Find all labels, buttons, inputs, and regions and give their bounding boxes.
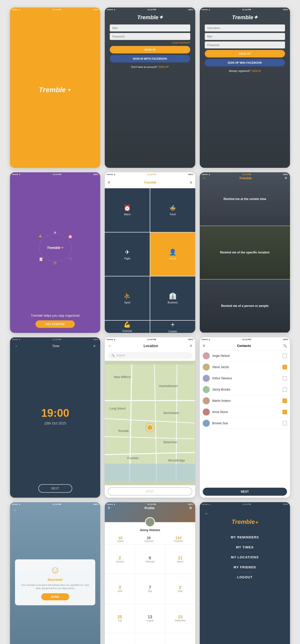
forgot-link[interactable]: Forgot Password? bbox=[172, 42, 190, 44]
mail-input[interactable] bbox=[110, 24, 190, 32]
avatar bbox=[203, 397, 210, 404]
checkbox[interactable] bbox=[282, 354, 287, 358]
facebook-signup-button[interactable]: SIGN UP With FACEBOOK bbox=[205, 59, 285, 66]
back-icon[interactable]: ← bbox=[13, 508, 17, 512]
svg-text:Franklin: Franklin bbox=[128, 456, 139, 460]
back-icon[interactable]: ← bbox=[205, 512, 209, 516]
facebook-signin-button[interactable]: SIGN IN WITH FACEBOOK bbox=[110, 55, 190, 62]
onboard-tagline: Tremble helps you stay organized bbox=[31, 314, 80, 318]
screen-menu: ●●●●● ▲ 11:14 PM 100% ← Tremble✦ MY REMI… bbox=[200, 502, 290, 644]
status-left: ●●●●● ▲ bbox=[107, 173, 115, 176]
hamburger-icon[interactable]: ≡ bbox=[190, 344, 192, 348]
status-right: 100% bbox=[93, 173, 98, 176]
checkbox[interactable]: ✓ bbox=[282, 398, 287, 403]
menu-my-reminders[interactable]: MY REMINDERS bbox=[231, 533, 259, 542]
success-desc: Your reminder is set and it will activat… bbox=[20, 584, 90, 590]
status-left: ●●●●● ▲ bbox=[107, 503, 115, 506]
alarm-icon: ⏰ bbox=[68, 234, 73, 239]
menu-divider bbox=[237, 572, 252, 572]
mail-input[interactable] bbox=[205, 33, 285, 40]
status-time: 11:14 PM bbox=[242, 173, 251, 176]
category-business[interactable]: 👔 Business bbox=[150, 276, 195, 320]
cal-january: 2 January bbox=[105, 544, 135, 574]
category-alarm[interactable]: ⏰ Alarm bbox=[105, 188, 150, 232]
menu-my-friends[interactable]: MY FRIENDS bbox=[233, 563, 256, 572]
contact-brooke-sue[interactable]: Brooke Sue bbox=[200, 418, 290, 429]
checkbox[interactable] bbox=[282, 387, 287, 392]
flight-label: Flight bbox=[124, 257, 130, 260]
done-button[interactable]: DONE bbox=[41, 593, 69, 600]
signup-link[interactable]: SIGN UP bbox=[158, 66, 169, 68]
status-left: ●●●●● ▲ bbox=[12, 338, 21, 340]
status-right: 100% bbox=[188, 8, 193, 11]
hamburger-icon[interactable]: ≡ bbox=[203, 344, 205, 348]
success-title: Success! bbox=[48, 578, 63, 582]
onboard-logo: Tremble bbox=[47, 246, 61, 250]
signin-button[interactable]: SIGN IN bbox=[110, 46, 190, 54]
signup-button[interactable]: SIGN UP bbox=[205, 50, 285, 58]
avatar bbox=[203, 352, 210, 359]
custom-cat-icon: + bbox=[171, 321, 175, 328]
cal-september: 13 September bbox=[165, 604, 195, 633]
next-button[interactable]: NEXT bbox=[108, 487, 192, 496]
username-input[interactable] bbox=[205, 24, 285, 32]
menu-my-locations[interactable]: MY LOCATIONS bbox=[231, 553, 258, 562]
document-icon: 📋 bbox=[39, 257, 44, 262]
contact-angie-nelson[interactable]: Angie Nelson bbox=[200, 350, 290, 362]
social-label: Social bbox=[169, 257, 176, 260]
status-right: 100% bbox=[188, 173, 193, 176]
next-button[interactable]: NEXT bbox=[38, 484, 72, 493]
svg-text:New Milford: New Milford bbox=[114, 375, 131, 378]
status-left: ●●●●● ▲ bbox=[12, 503, 21, 506]
hamburger-icon[interactable]: ≡ bbox=[94, 344, 96, 348]
app-logo: Tremble bbox=[141, 178, 159, 186]
contact-janny-brooks[interactable]: Janny Brooks bbox=[200, 384, 290, 395]
signin-link[interactable]: SIGN IN bbox=[251, 70, 261, 72]
password-input[interactable] bbox=[110, 33, 190, 40]
status-right: 100% bbox=[283, 8, 288, 11]
contact-arthur-stevens[interactable]: Arthur Stevens bbox=[200, 373, 290, 384]
checkbox[interactable] bbox=[282, 376, 287, 380]
exercise-cat-icon: 💪 bbox=[124, 321, 131, 328]
hamburger-icon[interactable]: ≡ bbox=[108, 180, 110, 185]
search-icon[interactable]: 🔍 bbox=[283, 344, 287, 348]
category-flight[interactable]: ✈ Flight bbox=[105, 232, 150, 276]
password-input[interactable] bbox=[205, 42, 285, 48]
category-social[interactable]: 👤 Social bbox=[150, 232, 195, 276]
hamburger-icon[interactable]: ≡ bbox=[285, 176, 287, 180]
menu-my-times[interactable]: MY TIMES bbox=[236, 543, 254, 552]
search-bar[interactable]: 🔍 Search bbox=[108, 352, 192, 359]
status-time: 11:14 PM bbox=[148, 503, 156, 506]
contact-anna-stone[interactable]: Anna Stone ✓ bbox=[200, 406, 290, 418]
status-time: 11:14 PM bbox=[242, 503, 251, 506]
food-label: Food bbox=[170, 213, 175, 216]
gear-icon[interactable]: ⚙ bbox=[189, 506, 192, 510]
category-exercise[interactable]: 💪 Exercise bbox=[105, 321, 150, 333]
checkbox[interactable]: ✓ bbox=[282, 365, 287, 369]
contact-name: Martin Anders bbox=[212, 399, 280, 402]
status-right: 100% bbox=[93, 338, 98, 340]
back-icon[interactable]: ← bbox=[203, 176, 206, 180]
status-left: ●●●●● ▲ bbox=[12, 8, 21, 11]
stat-active: 10 Active bbox=[117, 536, 124, 542]
category-sport[interactable]: ⛹ Sport bbox=[105, 276, 150, 320]
category-food[interactable]: 🍲 Food bbox=[150, 188, 195, 232]
alarm-label: Alarm bbox=[124, 213, 131, 216]
social-cat-icon: 👤 bbox=[169, 249, 176, 256]
next-button[interactable]: NEXT bbox=[203, 488, 287, 496]
status-time: 11:14 PM bbox=[242, 338, 251, 340]
category-custom[interactable]: + Custom bbox=[150, 321, 195, 333]
menu-logout[interactable]: LOGOUT bbox=[237, 573, 253, 582]
contact-martin-anders[interactable]: Martin Anders ✓ bbox=[200, 395, 290, 406]
contact-name: Brooke Sue bbox=[212, 422, 280, 425]
menu-divider bbox=[237, 562, 252, 562]
hamburger-right-icon[interactable]: ≡ bbox=[190, 180, 192, 185]
contact-steve-jacob[interactable]: Steve Jacob ✓ bbox=[200, 362, 290, 373]
get-started-button[interactable]: GET STARTED bbox=[36, 320, 75, 328]
app-logo: Tremble bbox=[39, 86, 66, 94]
back-icon[interactable]: ← bbox=[15, 344, 18, 348]
checkbox[interactable] bbox=[282, 421, 287, 426]
status-time: 11:14 PM bbox=[53, 503, 61, 506]
checkbox[interactable]: ✓ bbox=[282, 410, 287, 414]
back-icon[interactable]: ← bbox=[108, 344, 112, 348]
